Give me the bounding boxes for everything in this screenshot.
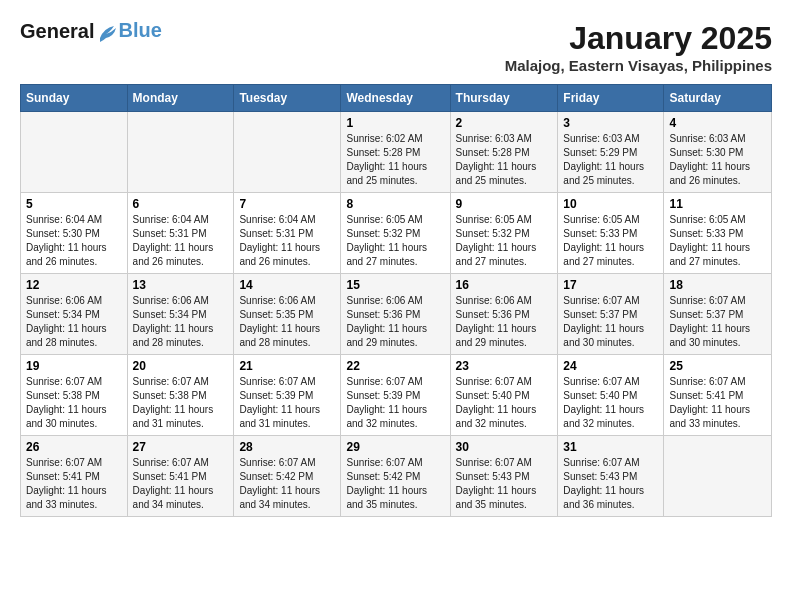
day-number: 27	[133, 440, 229, 454]
day-content: Sunrise: 6:04 AM Sunset: 5:31 PM Dayligh…	[133, 213, 229, 269]
day-content: Sunrise: 6:07 AM Sunset: 5:39 PM Dayligh…	[346, 375, 444, 431]
day-content: Sunrise: 6:03 AM Sunset: 5:28 PM Dayligh…	[456, 132, 553, 188]
day-number: 2	[456, 116, 553, 130]
header-day-thursday: Thursday	[450, 85, 558, 112]
day-number: 28	[239, 440, 335, 454]
day-content: Sunrise: 6:07 AM Sunset: 5:41 PM Dayligh…	[26, 456, 122, 512]
day-content: Sunrise: 6:03 AM Sunset: 5:30 PM Dayligh…	[669, 132, 766, 188]
calendar-cell: 27Sunrise: 6:07 AM Sunset: 5:41 PM Dayli…	[127, 436, 234, 517]
day-number: 13	[133, 278, 229, 292]
calendar-cell	[234, 112, 341, 193]
day-number: 23	[456, 359, 553, 373]
calendar-cell: 4Sunrise: 6:03 AM Sunset: 5:30 PM Daylig…	[664, 112, 772, 193]
day-number: 24	[563, 359, 658, 373]
day-number: 19	[26, 359, 122, 373]
day-content: Sunrise: 6:03 AM Sunset: 5:29 PM Dayligh…	[563, 132, 658, 188]
day-number: 1	[346, 116, 444, 130]
week-row-4: 19Sunrise: 6:07 AM Sunset: 5:38 PM Dayli…	[21, 355, 772, 436]
calendar-cell: 7Sunrise: 6:04 AM Sunset: 5:31 PM Daylig…	[234, 193, 341, 274]
calendar-cell	[21, 112, 128, 193]
logo-bird-icon	[96, 24, 118, 42]
day-content: Sunrise: 6:05 AM Sunset: 5:32 PM Dayligh…	[346, 213, 444, 269]
calendar-table: SundayMondayTuesdayWednesdayThursdayFrid…	[20, 84, 772, 517]
calendar-cell: 12Sunrise: 6:06 AM Sunset: 5:34 PM Dayli…	[21, 274, 128, 355]
day-content: Sunrise: 6:04 AM Sunset: 5:31 PM Dayligh…	[239, 213, 335, 269]
calendar-cell: 22Sunrise: 6:07 AM Sunset: 5:39 PM Dayli…	[341, 355, 450, 436]
day-number: 10	[563, 197, 658, 211]
day-content: Sunrise: 6:06 AM Sunset: 5:34 PM Dayligh…	[133, 294, 229, 350]
day-number: 17	[563, 278, 658, 292]
day-number: 16	[456, 278, 553, 292]
calendar-header-row: SundayMondayTuesdayWednesdayThursdayFrid…	[21, 85, 772, 112]
week-row-1: 1Sunrise: 6:02 AM Sunset: 5:28 PM Daylig…	[21, 112, 772, 193]
calendar-cell: 19Sunrise: 6:07 AM Sunset: 5:38 PM Dayli…	[21, 355, 128, 436]
day-content: Sunrise: 6:06 AM Sunset: 5:35 PM Dayligh…	[239, 294, 335, 350]
day-number: 22	[346, 359, 444, 373]
day-number: 30	[456, 440, 553, 454]
day-number: 7	[239, 197, 335, 211]
calendar-cell: 21Sunrise: 6:07 AM Sunset: 5:39 PM Dayli…	[234, 355, 341, 436]
header-day-saturday: Saturday	[664, 85, 772, 112]
day-content: Sunrise: 6:06 AM Sunset: 5:34 PM Dayligh…	[26, 294, 122, 350]
day-content: Sunrise: 6:02 AM Sunset: 5:28 PM Dayligh…	[346, 132, 444, 188]
day-number: 3	[563, 116, 658, 130]
calendar-cell: 17Sunrise: 6:07 AM Sunset: 5:37 PM Dayli…	[558, 274, 664, 355]
week-row-3: 12Sunrise: 6:06 AM Sunset: 5:34 PM Dayli…	[21, 274, 772, 355]
week-row-5: 26Sunrise: 6:07 AM Sunset: 5:41 PM Dayli…	[21, 436, 772, 517]
day-number: 14	[239, 278, 335, 292]
day-number: 12	[26, 278, 122, 292]
header-day-sunday: Sunday	[21, 85, 128, 112]
day-content: Sunrise: 6:04 AM Sunset: 5:30 PM Dayligh…	[26, 213, 122, 269]
calendar-cell: 6Sunrise: 6:04 AM Sunset: 5:31 PM Daylig…	[127, 193, 234, 274]
calendar-cell: 16Sunrise: 6:06 AM Sunset: 5:36 PM Dayli…	[450, 274, 558, 355]
day-number: 18	[669, 278, 766, 292]
day-content: Sunrise: 6:07 AM Sunset: 5:38 PM Dayligh…	[26, 375, 122, 431]
calendar-cell: 30Sunrise: 6:07 AM Sunset: 5:43 PM Dayli…	[450, 436, 558, 517]
day-content: Sunrise: 6:07 AM Sunset: 5:39 PM Dayligh…	[239, 375, 335, 431]
day-content: Sunrise: 6:07 AM Sunset: 5:40 PM Dayligh…	[563, 375, 658, 431]
calendar-cell: 20Sunrise: 6:07 AM Sunset: 5:38 PM Dayli…	[127, 355, 234, 436]
calendar-cell: 11Sunrise: 6:05 AM Sunset: 5:33 PM Dayli…	[664, 193, 772, 274]
day-content: Sunrise: 6:07 AM Sunset: 5:41 PM Dayligh…	[133, 456, 229, 512]
calendar-cell: 2Sunrise: 6:03 AM Sunset: 5:28 PM Daylig…	[450, 112, 558, 193]
calendar-cell: 5Sunrise: 6:04 AM Sunset: 5:30 PM Daylig…	[21, 193, 128, 274]
day-content: Sunrise: 6:07 AM Sunset: 5:41 PM Dayligh…	[669, 375, 766, 431]
day-number: 4	[669, 116, 766, 130]
day-content: Sunrise: 6:07 AM Sunset: 5:42 PM Dayligh…	[346, 456, 444, 512]
calendar-subtitle: Malajog, Eastern Visayas, Philippines	[505, 57, 772, 74]
calendar-cell: 15Sunrise: 6:06 AM Sunset: 5:36 PM Dayli…	[341, 274, 450, 355]
day-content: Sunrise: 6:07 AM Sunset: 5:38 PM Dayligh…	[133, 375, 229, 431]
day-number: 15	[346, 278, 444, 292]
calendar-cell: 14Sunrise: 6:06 AM Sunset: 5:35 PM Dayli…	[234, 274, 341, 355]
calendar-cell	[127, 112, 234, 193]
day-number: 29	[346, 440, 444, 454]
logo-blue-text: Blue	[118, 19, 161, 41]
day-content: Sunrise: 6:07 AM Sunset: 5:37 PM Dayligh…	[563, 294, 658, 350]
day-number: 6	[133, 197, 229, 211]
header-day-wednesday: Wednesday	[341, 85, 450, 112]
week-row-2: 5Sunrise: 6:04 AM Sunset: 5:30 PM Daylig…	[21, 193, 772, 274]
header-day-tuesday: Tuesday	[234, 85, 341, 112]
calendar-cell: 26Sunrise: 6:07 AM Sunset: 5:41 PM Dayli…	[21, 436, 128, 517]
day-number: 25	[669, 359, 766, 373]
day-content: Sunrise: 6:05 AM Sunset: 5:32 PM Dayligh…	[456, 213, 553, 269]
header-day-monday: Monday	[127, 85, 234, 112]
title-block: January 2025 Malajog, Eastern Visayas, P…	[505, 20, 772, 74]
calendar-cell: 10Sunrise: 6:05 AM Sunset: 5:33 PM Dayli…	[558, 193, 664, 274]
calendar-cell: 8Sunrise: 6:05 AM Sunset: 5:32 PM Daylig…	[341, 193, 450, 274]
day-number: 5	[26, 197, 122, 211]
calendar-cell: 25Sunrise: 6:07 AM Sunset: 5:41 PM Dayli…	[664, 355, 772, 436]
calendar-cell: 13Sunrise: 6:06 AM Sunset: 5:34 PM Dayli…	[127, 274, 234, 355]
day-content: Sunrise: 6:05 AM Sunset: 5:33 PM Dayligh…	[669, 213, 766, 269]
calendar-cell: 23Sunrise: 6:07 AM Sunset: 5:40 PM Dayli…	[450, 355, 558, 436]
logo: General Blue	[20, 20, 162, 42]
calendar-cell: 31Sunrise: 6:07 AM Sunset: 5:43 PM Dayli…	[558, 436, 664, 517]
day-content: Sunrise: 6:07 AM Sunset: 5:43 PM Dayligh…	[563, 456, 658, 512]
day-number: 11	[669, 197, 766, 211]
page-header: General Blue January 2025 Malajog, Easte…	[20, 20, 772, 74]
calendar-cell: 18Sunrise: 6:07 AM Sunset: 5:37 PM Dayli…	[664, 274, 772, 355]
calendar-title: January 2025	[505, 20, 772, 57]
day-content: Sunrise: 6:07 AM Sunset: 5:42 PM Dayligh…	[239, 456, 335, 512]
day-number: 21	[239, 359, 335, 373]
day-number: 9	[456, 197, 553, 211]
